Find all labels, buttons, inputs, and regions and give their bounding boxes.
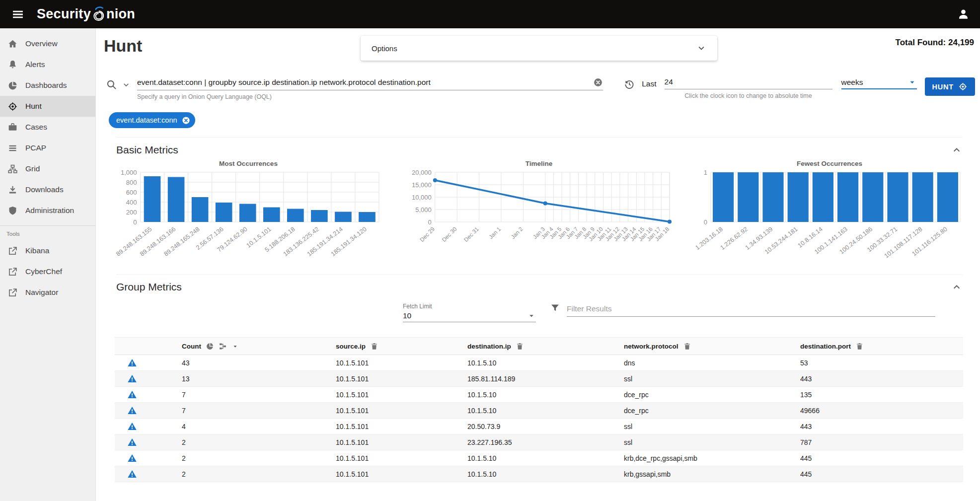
clear-query-icon[interactable] [593, 77, 603, 87]
query-input[interactable] [137, 78, 593, 87]
external-link-icon [7, 246, 18, 256]
fetch-limit-value: 10 [403, 311, 527, 320]
tools-section-label: Tools [0, 228, 95, 240]
fetch-limit-label: Fetch Limit [403, 303, 536, 310]
clock-history-icon[interactable] [624, 79, 635, 90]
svg-text:Jan 1: Jan 1 [488, 226, 502, 240]
sidebar-item-administration[interactable]: Administration [0, 200, 95, 221]
sankey-toggle-icon[interactable] [219, 342, 227, 351]
user-icon[interactable] [957, 7, 970, 21]
table-cell: dns [624, 359, 800, 367]
column-header-destination-port: destination.port [800, 342, 963, 351]
sitemap-icon [7, 164, 18, 174]
warning-icon[interactable] [127, 374, 137, 384]
table-cell: 10.1.5.10 [467, 391, 624, 399]
sidebar-item-pcap[interactable]: PCAP [0, 138, 95, 158]
remove-column-icon[interactable] [516, 342, 524, 351]
table-row[interactable]: 710.1.5.10110.1.5.10dce_rpc49666 [115, 403, 963, 419]
chart-title: Most Occurrences [115, 160, 382, 167]
target-icon [7, 101, 18, 112]
table-row[interactable]: 210.1.5.10123.227.196.35ssl787 [115, 434, 963, 450]
table-cell: 7 [182, 391, 336, 399]
chart-canvas: 0 11.203.16.181.226.62.921.34.93.13910.5… [696, 168, 963, 265]
column-menu-caret-icon[interactable] [231, 343, 239, 350]
external-link-icon [7, 287, 18, 298]
column-header-source-ip: source.ip [336, 342, 467, 351]
table-cell: 10.1.5.101 [336, 423, 467, 430]
warning-icon[interactable] [127, 406, 137, 416]
sidebar-item-label: Dashboards [25, 81, 67, 90]
sidebar-item-overview[interactable]: Overview [0, 33, 95, 54]
units-select[interactable]: weeks [841, 77, 917, 89]
search-icon [106, 79, 117, 90]
table-cell: ssl [624, 375, 800, 383]
table-cell: 10.1.5.101 [336, 375, 467, 383]
warning-icon[interactable] [127, 422, 137, 431]
table-row[interactable]: 4310.1.5.10110.1.5.10dns53 [115, 355, 963, 371]
warning-icon[interactable] [127, 358, 137, 368]
sidebar-item-label: Grid [25, 164, 40, 173]
table-row[interactable]: 210.1.5.10110.1.5.10krb,dce_rpc,gssapi,s… [115, 450, 963, 466]
table-row[interactable]: 210.1.5.10110.1.5.10krb,gssapi,smb445 [115, 466, 963, 482]
remove-column-icon[interactable] [855, 342, 864, 351]
chevron-down-icon [696, 43, 706, 53]
sidebar-item-dashboards[interactable]: Dashboards [0, 75, 95, 96]
warning-icon[interactable] [127, 390, 137, 400]
collapse-group-icon[interactable] [951, 282, 962, 292]
table-cell: 10.1.5.101 [336, 470, 467, 478]
sidebar-tool-navigator[interactable]: Navigator [0, 282, 95, 303]
table-cell: 10.1.5.101 [336, 359, 467, 367]
pie-chart-toggle-icon[interactable] [206, 342, 214, 351]
table-header-row: Count source.ip destination.ip network.p… [115, 337, 963, 355]
table-cell: 23.227.196.35 [467, 438, 624, 446]
menu-icon[interactable] [11, 7, 25, 21]
duration-input[interactable] [665, 77, 832, 86]
remove-column-icon[interactable] [370, 342, 378, 351]
filter-results-input[interactable] [567, 304, 935, 313]
table-cell: 10.1.5.101 [336, 438, 467, 446]
svg-text:Dec 30: Dec 30 [441, 226, 457, 243]
svg-text:Dec 31: Dec 31 [463, 226, 480, 243]
svg-text:600: 600 [126, 189, 137, 196]
sidebar-tool-cyberchef[interactable]: CyberChef [0, 261, 95, 282]
column-header-destination-ip: destination.ip [467, 342, 624, 351]
options-panel[interactable]: Options [361, 36, 717, 61]
table-cell: 13 [182, 375, 336, 383]
remove-column-icon[interactable] [683, 342, 691, 351]
shield-icon [7, 206, 18, 216]
table-cell: 10.1.5.101 [336, 454, 467, 462]
sidebar-item-downloads[interactable]: Downloads [0, 179, 95, 200]
chart-title: Timeline [405, 160, 673, 167]
svg-text:0: 0 [704, 218, 707, 226]
sidebar-item-hunt[interactable]: Hunt [0, 96, 95, 117]
warning-icon[interactable] [127, 453, 137, 463]
chip-close-icon[interactable] [181, 116, 191, 125]
sidebar-item-label: PCAP [25, 143, 46, 152]
dropdown-triangle-icon [527, 311, 536, 320]
sidebar-item-grid[interactable]: Grid [0, 158, 95, 179]
warning-icon[interactable] [127, 437, 137, 447]
table-cell: 43 [182, 359, 336, 367]
column-header-count: Count [182, 342, 336, 351]
table-cell: 2 [182, 470, 336, 478]
query-history-chevron-icon[interactable] [122, 80, 131, 89]
hunt-button[interactable]: HUNT [925, 77, 975, 96]
table-cell: 2 [182, 454, 336, 462]
sidebar-item-label: Downloads [25, 185, 64, 194]
sidebar-tool-kibana[interactable]: Kibana [0, 240, 95, 261]
fetch-limit-select[interactable]: Fetch Limit 10 [403, 303, 536, 322]
page-title: Hunt [104, 36, 361, 56]
sidebar-item-label: Cases [25, 123, 47, 132]
warning-icon[interactable] [127, 469, 137, 479]
table-row[interactable]: 1310.1.5.101185.81.114.189ssl443 [115, 371, 963, 387]
table-row[interactable]: 710.1.5.10110.1.5.10dce_rpc135 [115, 387, 963, 403]
sidebar-item-alerts[interactable]: Alerts [0, 54, 95, 75]
sidebar-item-cases[interactable]: Cases [0, 117, 95, 138]
sidebar-item-label: Hunt [25, 102, 42, 111]
sidebar-item-label: CyberChef [25, 267, 62, 276]
sidebar-item-label: Navigator [25, 288, 58, 297]
collapse-basic-icon[interactable] [951, 144, 962, 155]
table-cell: 10.1.5.101 [336, 391, 467, 399]
filter-chip[interactable]: event.dataset:conn [109, 112, 195, 128]
table-row[interactable]: 410.1.5.10120.50.73.9ssl443 [115, 419, 963, 434]
